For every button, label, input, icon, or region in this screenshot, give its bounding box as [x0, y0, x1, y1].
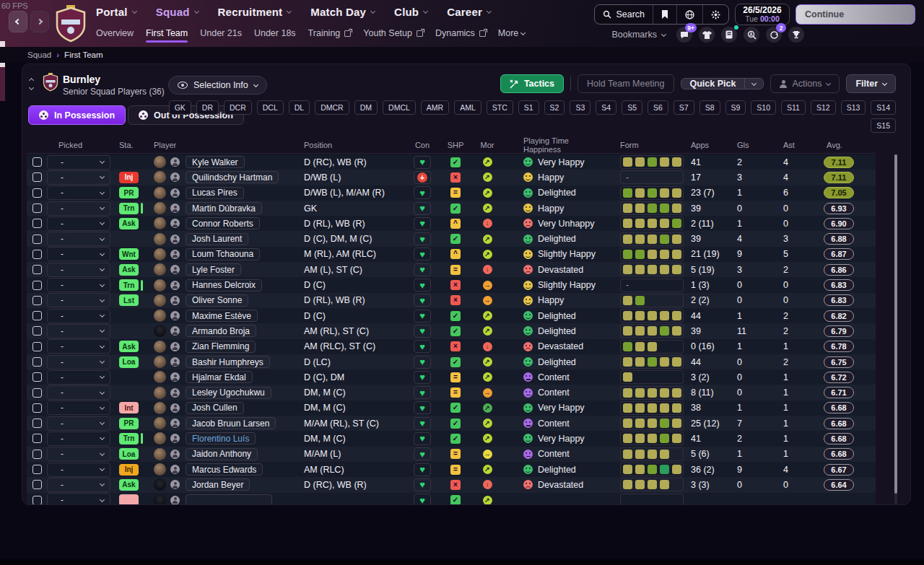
player-name[interactable]: Hannes Delcroix	[186, 279, 262, 292]
player-name[interactable]: Josh Laurent	[186, 233, 248, 245]
player-name[interactable]: Josh Cullen	[186, 402, 244, 414]
position-chip-s2[interactable]: S2	[544, 100, 565, 115]
profile-face-icon[interactable]	[170, 311, 180, 320]
column-header-avg[interactable]: Avg.	[818, 136, 873, 153]
profile-face-icon[interactable]	[170, 203, 180, 213]
row-checkbox[interactable]	[32, 434, 42, 443]
nav-portal[interactable]: Portal	[96, 6, 136, 18]
nav-match-day[interactable]: Match Day	[310, 6, 375, 18]
profile-face-icon[interactable]	[170, 342, 180, 351]
row-checkbox[interactable]	[32, 465, 42, 474]
table-row[interactable]: - Trn Florentino Luís DM, M (C) ♥ ✓ ↗ Ve…	[27, 431, 876, 446]
row-checkbox[interactable]	[32, 157, 42, 167]
settings-button[interactable]	[702, 5, 728, 24]
tab-in-possession[interactable]: In Possession	[28, 105, 126, 125]
player-name[interactable]: Jacob Bruun Larsen	[186, 417, 276, 429]
picked-dropdown[interactable]: -	[47, 463, 110, 477]
player-name[interactable]: Quilindschy Hartman	[186, 171, 279, 183]
position-chip-s13[interactable]: S13	[841, 100, 866, 115]
filter-dropdown[interactable]: Filter	[846, 74, 896, 93]
picked-dropdown[interactable]: -	[47, 355, 110, 369]
picked-dropdown[interactable]: -	[47, 232, 110, 246]
column-header-playing-time-happiness[interactable]: Playing Time Happiness	[503, 136, 604, 153]
profile-face-icon[interactable]	[170, 388, 180, 398]
position-chip-dcl[interactable]: DCL	[257, 100, 284, 115]
picked-dropdown[interactable]: -	[47, 185, 110, 200]
scrollbar-thumb[interactable]	[894, 154, 897, 494]
position-chip-s5[interactable]: S5	[622, 100, 642, 115]
profile-face-icon[interactable]	[170, 480, 180, 489]
scouting-button[interactable]	[744, 27, 759, 43]
table-row[interactable]: - Loa Jaidon Anthony M/AM (L) ♥ = → Cont…	[27, 447, 876, 462]
table-row[interactable]: - Wnt Loum Tchaouna M (RL), AM (RLC) ♥ ^…	[27, 247, 876, 262]
player-name[interactable]: Maxime Estève	[186, 310, 258, 322]
picked-dropdown[interactable]: -	[47, 416, 110, 431]
row-checkbox[interactable]	[32, 388, 42, 398]
position-chip-s8[interactable]: S8	[699, 100, 720, 115]
table-row[interactable]: - Inj Marcus Edwards AM (RLC) ♥ = ↗ Deli…	[27, 462, 876, 477]
position-chip-gk[interactable]: GK	[169, 100, 191, 115]
picked-dropdown[interactable]: -	[47, 263, 110, 277]
selection-info-dropdown[interactable]: Selection Info	[168, 76, 267, 95]
bookmark-button[interactable]	[653, 5, 676, 24]
position-chip-s14[interactable]: S14	[871, 100, 896, 115]
picked-dropdown[interactable]: -	[47, 385, 110, 400]
profile-face-icon[interactable]	[170, 403, 180, 413]
column-header-picked[interactable]: Picked	[47, 136, 116, 153]
position-chip-s1[interactable]: S1	[518, 100, 539, 115]
history-back-button[interactable]	[9, 11, 27, 32]
search-button[interactable]: Search	[595, 5, 653, 24]
profile-face-icon[interactable]	[170, 157, 180, 167]
subnav-more[interactable]: More	[498, 28, 525, 43]
position-chip-s6[interactable]: S6	[648, 100, 668, 115]
club-crest[interactable]	[55, 5, 87, 45]
column-header-ast[interactable]: Ast	[780, 136, 818, 153]
profile-face-icon[interactable]	[170, 219, 180, 228]
position-chip-dl[interactable]: DL	[289, 100, 310, 115]
profile-face-icon[interactable]	[170, 419, 180, 428]
picked-dropdown[interactable]: -	[47, 447, 110, 461]
row-checkbox[interactable]	[32, 281, 42, 290]
table-row[interactable]: - Josh Laurent D (C), DM, M (C) ♥ ✓ ↗ De…	[27, 231, 876, 246]
player-name[interactable]: Lucas Pires	[186, 187, 244, 199]
competitions-button[interactable]	[788, 27, 804, 43]
position-chip-dm[interactable]: DM	[354, 100, 378, 115]
position-chip-s15[interactable]: S15	[871, 118, 896, 133]
panel-collapse-control[interactable]	[30, 76, 33, 91]
row-checkbox[interactable]	[32, 403, 42, 413]
hold-team-meeting-button[interactable]: Hold Team Meeting	[578, 74, 674, 93]
row-checkbox[interactable]	[32, 496, 42, 505]
player-name[interactable]: Armando Broja	[186, 325, 256, 337]
profile-face-icon[interactable]	[170, 496, 180, 505]
upcoming-events-button[interactable]: 2	[766, 27, 782, 43]
position-chip-stc[interactable]: STC	[487, 100, 513, 115]
player-name[interactable]	[186, 494, 272, 505]
position-chip-s9[interactable]: S9	[725, 100, 746, 115]
nav-career[interactable]: Career	[447, 6, 491, 18]
row-checkbox[interactable]	[32, 480, 42, 489]
quick-pick-dropdown[interactable]	[744, 79, 763, 89]
subnav-dynamics[interactable]: Dynamics	[435, 28, 486, 43]
picked-dropdown[interactable]: -	[47, 278, 110, 292]
row-checkbox[interactable]	[32, 311, 42, 320]
picked-dropdown[interactable]: -	[47, 293, 110, 307]
profile-face-icon[interactable]	[170, 465, 180, 474]
reports-button[interactable]	[721, 27, 737, 43]
column-header-sta[interactable]: Sta.	[116, 136, 151, 153]
subnav-youth-setup[interactable]: Youth Setup	[363, 28, 423, 43]
table-row[interactable]: - Ask Jordan Beyer D (RC), WB (R) ♥ × ↓ …	[27, 477, 876, 492]
picked-dropdown[interactable]: -	[47, 432, 110, 446]
picked-dropdown[interactable]: -	[47, 247, 110, 261]
table-row[interactable]: - Hjalmar Ekdal D (C), DM ♥ = ↗ Content …	[27, 369, 876, 385]
table-row[interactable]: - Ask Connor Roberts D (RL), WB (R) ♥ ^ …	[27, 216, 876, 231]
position-chip-aml[interactable]: AML	[454, 100, 481, 115]
column-header-form[interactable]: Form	[604, 136, 688, 153]
squad-shortcut-button[interactable]	[699, 27, 715, 43]
picked-dropdown[interactable]: -	[47, 493, 110, 505]
table-row[interactable]: - Kyle Walker D (RC), WB (R) ♥ ✓ ↗ Very …	[27, 154, 876, 170]
table-row[interactable]: - PR Jacob Bruun Larsen M/AM (RL), ST (C…	[27, 416, 876, 431]
row-checkbox[interactable]	[32, 172, 42, 182]
row-checkbox[interactable]	[32, 250, 42, 259]
table-row[interactable]: - Ask Lyle Foster AM (L), ST (C) ♥ = ↓ D…	[27, 262, 876, 277]
profile-face-icon[interactable]	[170, 434, 180, 443]
